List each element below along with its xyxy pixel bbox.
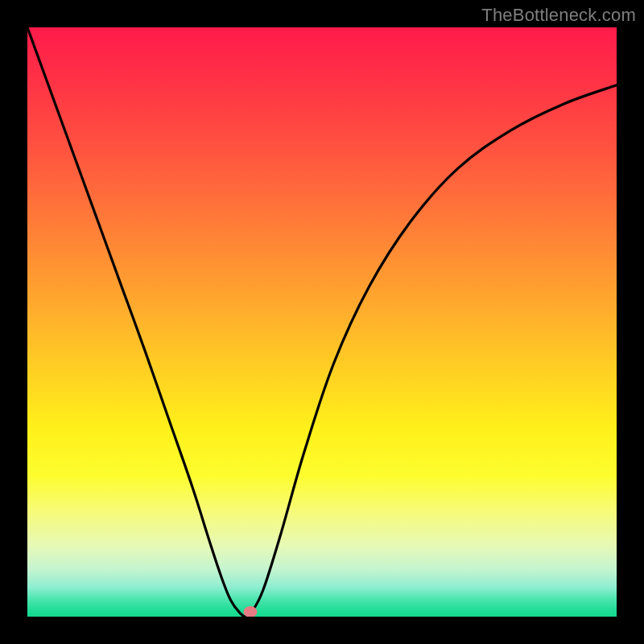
plot-area: [27, 27, 617, 617]
curve-layer: [27, 27, 617, 617]
bottleneck-curve: [27, 27, 617, 617]
attribution-text: TheBottleneck.com: [481, 5, 636, 26]
chart-frame: TheBottleneck.com: [0, 0, 644, 644]
marker-dot: [243, 606, 257, 617]
